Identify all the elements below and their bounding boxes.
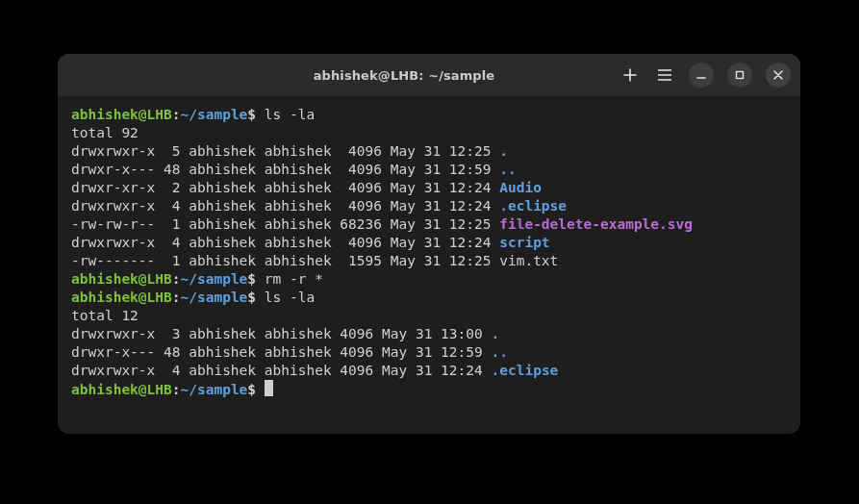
prompt-path: ~/sample bbox=[181, 382, 248, 397]
ls-dir-name: .eclipse bbox=[499, 198, 567, 214]
maximize-button[interactable] bbox=[727, 63, 752, 88]
terminal-line: drwxrwxr-x 5 abhishek abhishek 4096 May … bbox=[71, 142, 787, 161]
terminal-line: drwxr-x--- 48 abhishek abhishek 4096 May… bbox=[71, 161, 787, 179]
window-title: abhishek@LHB: ~/sample bbox=[189, 68, 619, 83]
ls-meta: drwxrwxr-x 3 abhishek abhishek 4096 May … bbox=[71, 326, 492, 341]
titlebar-controls bbox=[619, 63, 791, 88]
prompt-user: abhishek@LHB bbox=[71, 107, 172, 122]
terminal-line: -rw------- 1 abhishek abhishek 1595 May … bbox=[71, 252, 787, 270]
command bbox=[256, 382, 265, 397]
prompt-colon: : bbox=[172, 107, 181, 122]
terminal-line: drwxrwxr-x 4 abhishek abhishek 4096 May … bbox=[71, 234, 787, 252]
ls-dir-name: . bbox=[492, 326, 500, 341]
ls-meta: drwxrwxr-x 5 abhishek abhishek 4096 May … bbox=[71, 143, 499, 159]
new-tab-button[interactable] bbox=[619, 64, 641, 86]
titlebar: abhishek@LHB: ~/sample bbox=[58, 54, 800, 96]
terminal-body[interactable]: abhishek@LHB:~/sample$ ls -latotal 92drw… bbox=[58, 96, 800, 434]
hamburger-menu-button[interactable] bbox=[654, 64, 675, 86]
terminal-line: abhishek@LHB:~/sample$ bbox=[71, 380, 787, 399]
terminal-line: drwxrwxr-x 4 abhishek abhishek 4096 May … bbox=[71, 362, 787, 380]
command: ls -la bbox=[256, 290, 315, 305]
terminal-window: abhishek@LHB: ~/sample abhishek@LHB:~/sa… bbox=[58, 54, 800, 434]
ls-meta: drwxrwxr-x 4 abhishek abhishek 4096 May … bbox=[71, 235, 499, 250]
ls-meta: drwxr-x--- 48 abhishek abhishek 4096 May… bbox=[71, 162, 499, 177]
terminal-line: drwxrwxr-x 3 abhishek abhishek 4096 May … bbox=[71, 325, 787, 343]
terminal-line: abhishek@LHB:~/sample$ ls -la bbox=[71, 106, 787, 124]
terminal-line: drwxrwxr-x 4 abhishek abhishek 4096 May … bbox=[71, 197, 787, 215]
ls-name: vim.txt bbox=[499, 253, 558, 268]
ls-total: total 92 bbox=[71, 125, 139, 140]
plus-icon bbox=[623, 68, 637, 82]
ls-dir-name: .. bbox=[492, 344, 508, 360]
close-button[interactable] bbox=[766, 63, 791, 88]
prompt-colon: : bbox=[172, 271, 181, 287]
minimize-button[interactable] bbox=[689, 63, 714, 88]
prompt-path: ~/sample bbox=[181, 107, 248, 122]
ls-dir-name: script bbox=[499, 235, 549, 250]
prompt-sigil: $ bbox=[247, 107, 256, 122]
prompt-user: abhishek@LHB bbox=[71, 382, 172, 397]
ls-dir-name: Audio bbox=[499, 180, 542, 195]
ls-dir-name: . bbox=[499, 143, 508, 159]
prompt-user: abhishek@LHB bbox=[71, 290, 172, 305]
ls-dir-name: .. bbox=[499, 162, 516, 177]
terminal-line: total 12 bbox=[71, 307, 787, 325]
ls-meta: drwxr-x--- 48 abhishek abhishek 4096 May… bbox=[71, 344, 492, 360]
hamburger-icon bbox=[658, 69, 671, 81]
ls-total: total 12 bbox=[71, 308, 139, 323]
terminal-line: abhishek@LHB:~/sample$ rm -r * bbox=[71, 270, 787, 289]
prompt-user: abhishek@LHB bbox=[71, 271, 172, 287]
ls-file-name: file-delete-example.svg bbox=[499, 216, 693, 232]
prompt-sigil: $ bbox=[247, 382, 256, 397]
cursor bbox=[265, 380, 273, 396]
terminal-line: abhishek@LHB:~/sample$ ls -la bbox=[71, 289, 787, 307]
close-icon bbox=[773, 70, 783, 80]
terminal-line: total 92 bbox=[71, 124, 787, 142]
prompt-colon: : bbox=[172, 382, 181, 397]
prompt-path: ~/sample bbox=[181, 271, 248, 287]
terminal-line: -rw-rw-r-- 1 abhishek abhishek 68236 May… bbox=[71, 215, 787, 234]
prompt-sigil: $ bbox=[247, 290, 256, 305]
ls-meta: drwxr-xr-x 2 abhishek abhishek 4096 May … bbox=[71, 180, 499, 195]
command: rm -r * bbox=[256, 271, 323, 287]
terminal-line: drwxr-xr-x 2 abhishek abhishek 4096 May … bbox=[71, 179, 787, 197]
ls-dir-name: .eclipse bbox=[492, 363, 559, 378]
svg-rect-0 bbox=[737, 72, 744, 79]
ls-meta: -rw------- 1 abhishek abhishek 1595 May … bbox=[71, 253, 499, 268]
ls-meta: drwxrwxr-x 4 abhishek abhishek 4096 May … bbox=[71, 198, 499, 214]
minimize-icon bbox=[696, 70, 706, 80]
maximize-icon bbox=[735, 70, 745, 80]
prompt-colon: : bbox=[172, 290, 181, 305]
terminal-line: drwxr-x--- 48 abhishek abhishek 4096 May… bbox=[71, 343, 787, 362]
prompt-path: ~/sample bbox=[181, 290, 248, 305]
command: ls -la bbox=[256, 107, 315, 122]
ls-meta: -rw-rw-r-- 1 abhishek abhishek 68236 May… bbox=[71, 216, 499, 232]
prompt-sigil: $ bbox=[247, 271, 256, 287]
ls-meta: drwxrwxr-x 4 abhishek abhishek 4096 May … bbox=[71, 363, 492, 378]
